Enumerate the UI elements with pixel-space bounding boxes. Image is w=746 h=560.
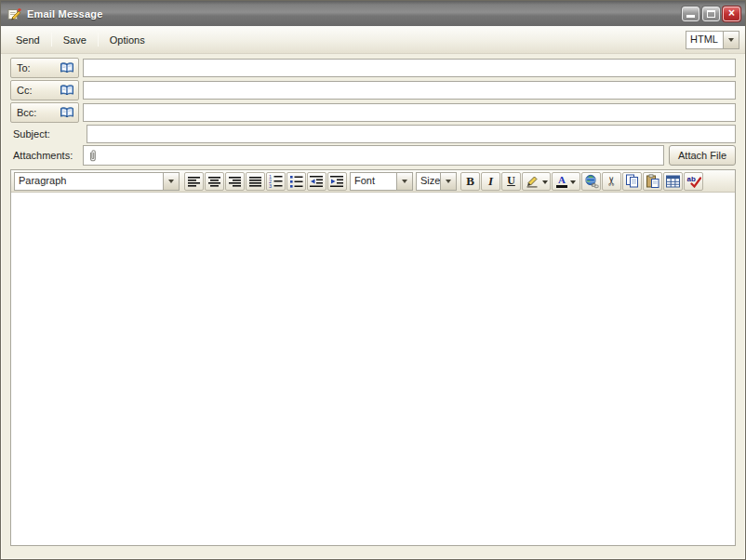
chevron-down-icon [542,180,548,187]
svg-text:3: 3 [269,183,272,188]
indent-button[interactable] [327,172,347,191]
bold-icon: B [466,174,474,189]
unordered-list-icon [289,174,303,188]
bcc-label: Bcc: [17,107,60,118]
toolbar-separator [51,33,52,47]
font-color-icon: A [556,175,567,188]
align-center-icon [208,175,221,188]
justify-icon [249,175,262,188]
maximize-icon [707,10,715,18]
window-title: Email Message [27,8,102,20]
spellcheck-text: ab [686,175,695,183]
address-book-icon [60,61,74,74]
format-select[interactable]: HTML [686,31,739,49]
bcc-row: Bcc: [10,102,736,123]
align-right-button[interactable] [225,172,245,191]
address-book-icon [60,106,74,119]
spellcheck-icon: ab [686,174,701,188]
ordered-list-icon: 1 2 3 [269,174,283,188]
paste-icon [646,174,659,188]
cc-label: Cc: [17,85,60,96]
bcc-button[interactable]: Bcc: [10,102,79,123]
paste-button[interactable] [643,172,662,191]
close-button[interactable]: × [723,7,740,21]
main-toolbar: Send Save Options HTML [1,26,745,54]
editor-body[interactable] [11,193,735,545]
insert-link-icon [584,174,599,189]
titlebar[interactable]: Email Message × [1,1,745,26]
to-input[interactable] [83,59,736,77]
italic-icon: I [488,174,493,189]
email-message-window: Email Message × Send Save Options HTML T… [0,0,746,560]
align-left-icon [188,175,201,188]
copy-icon [625,174,639,188]
chevron-down-icon[interactable] [163,173,179,190]
format-select-value: HTML [686,32,723,48]
address-book-icon [60,84,74,97]
to-row: To: [10,58,736,78]
cc-input[interactable] [83,81,736,100]
copy-button[interactable] [622,172,642,191]
html-editor: Paragraph [10,169,736,546]
bold-button[interactable]: B [460,172,480,191]
size-select-value: Size [417,173,440,190]
outdent-button[interactable] [307,172,326,191]
options-button[interactable]: Options [100,32,154,48]
italic-button[interactable]: I [481,172,500,191]
ordered-list-button[interactable]: 1 2 3 [266,172,286,191]
underline-button[interactable]: U [501,172,521,191]
close-icon: × [728,7,735,19]
paperclip-icon [87,149,99,163]
toolbar-separator [98,33,99,47]
cut-icon: ✂ [606,176,618,186]
insert-table-icon [666,175,680,188]
size-select[interactable]: Size [416,172,457,191]
cc-button[interactable]: Cc: [10,80,79,100]
minimize-icon [686,15,695,18]
indent-icon [330,175,344,188]
align-right-icon [229,175,242,188]
unordered-list-button[interactable] [286,172,306,191]
chevron-down-icon[interactable] [396,173,412,190]
align-left-button[interactable] [184,172,204,191]
insert-link-button[interactable] [581,172,601,191]
paragraph-select[interactable]: Paragraph [14,172,180,191]
attachments-label: Attachments: [10,150,83,161]
to-button[interactable]: To: [10,58,79,78]
compose-icon [6,7,22,21]
highlight-color-button[interactable] [522,172,551,191]
justify-button[interactable] [246,172,265,191]
attach-file-button[interactable]: Attach File [669,145,736,166]
minimize-button[interactable] [682,7,699,21]
spellcheck-button[interactable]: ab [684,172,703,191]
chevron-down-icon [570,180,576,187]
send-button[interactable]: Send [7,32,49,48]
save-button[interactable]: Save [54,32,96,48]
font-select[interactable]: Font [350,172,413,191]
compose-form: To: Cc: [1,54,745,167]
subject-label: Subject: [10,128,83,140]
subject-input[interactable] [87,125,736,143]
cc-row: Cc: [10,80,736,100]
font-color-button[interactable]: A [552,172,580,191]
format-toolbar: Paragraph [11,170,735,193]
highlight-color-icon [526,174,540,188]
window-controls: × [679,7,740,21]
chevron-down-icon[interactable] [723,32,739,48]
align-center-button[interactable] [205,172,224,191]
cut-button[interactable]: ✂ [602,172,621,191]
insert-table-button[interactable] [663,172,683,191]
font-select-value: Font [351,173,396,190]
underline-icon: U [507,174,515,188]
to-label: To: [17,62,60,73]
chevron-down-icon[interactable] [440,173,456,190]
maximize-button[interactable] [702,7,720,21]
paragraph-select-value: Paragraph [15,173,163,190]
attachments-field[interactable] [83,145,664,166]
subject-row: Subject: [10,125,736,143]
bcc-input[interactable] [83,103,736,122]
outdent-icon [310,175,324,188]
attachments-row: Attachments: Attach File [10,145,736,166]
